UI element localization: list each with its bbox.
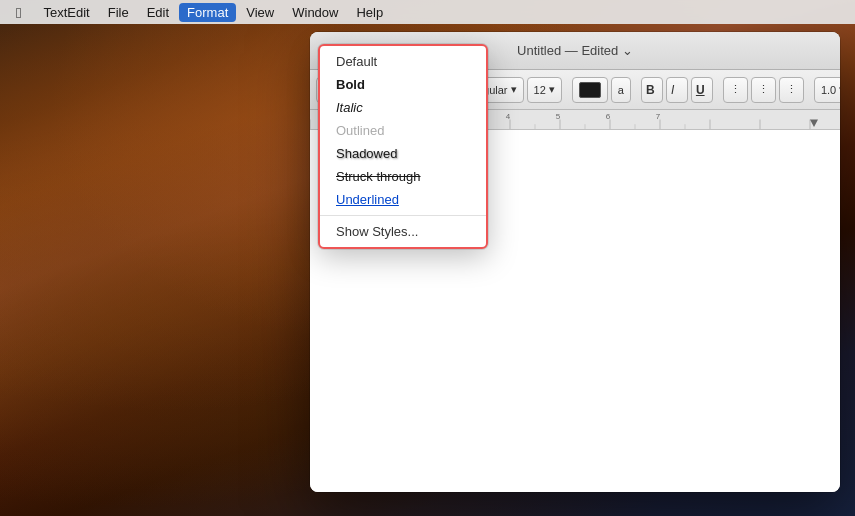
menubar-view[interactable]: View	[238, 3, 282, 22]
highlight-button[interactable]: a	[611, 77, 631, 103]
menubar-file[interactable]: File	[100, 3, 137, 22]
color-swatch	[579, 82, 601, 98]
underline-button[interactable]: U	[691, 77, 713, 103]
svg-text:7: 7	[656, 112, 660, 121]
menubar-textedit[interactable]: TextEdit	[35, 3, 97, 22]
style-shadowed[interactable]: Shadowed	[320, 142, 486, 165]
svg-text:5: 5	[556, 112, 561, 121]
align-center-icon: ⋮	[758, 83, 769, 96]
menubar-format[interactable]: Format	[179, 3, 236, 22]
align-left-icon: ⋮	[730, 83, 741, 96]
chevron-down-icon: ▾	[839, 83, 840, 96]
bold-button[interactable]: B	[641, 77, 663, 103]
style-dropdown-menu: Default Bold Italic Outlined Shadowed St…	[318, 44, 488, 249]
svg-text:4: 4	[506, 112, 511, 121]
style-outlined[interactable]: Outlined	[320, 119, 486, 142]
menubar-help[interactable]: Help	[348, 3, 391, 22]
apple-menu[interactable]: 	[8, 2, 29, 23]
style-italic[interactable]: Italic	[320, 96, 486, 119]
highlight-icon: a	[618, 84, 624, 96]
svg-text:6: 6	[606, 112, 610, 121]
size-selector[interactable]: 12 ▾	[527, 77, 562, 103]
align-right-button[interactable]: ⋮	[779, 77, 804, 103]
line-spacing-button[interactable]: 1.0 ▾	[814, 77, 840, 103]
style-underlined[interactable]: Underlined	[320, 188, 486, 211]
color-picker-button[interactable]	[572, 77, 608, 103]
chevron-down-icon: ▾	[511, 83, 517, 96]
show-styles-button[interactable]: Show Styles...	[320, 220, 486, 243]
chevron-down-icon: ▾	[549, 83, 555, 96]
italic-button[interactable]: I	[666, 77, 688, 103]
size-value: 12	[534, 84, 546, 96]
align-left-button[interactable]: ⋮	[723, 77, 748, 103]
window-title: Untitled — Edited ⌄	[517, 43, 633, 58]
style-bold[interactable]: Bold	[320, 73, 486, 96]
spacing-value: 1.0	[821, 84, 836, 96]
menubar:  TextEdit File Edit Format View Window …	[0, 0, 855, 24]
style-default[interactable]: Default	[320, 50, 486, 73]
menubar-window[interactable]: Window	[284, 3, 346, 22]
dropdown-separator	[320, 215, 486, 216]
align-right-icon: ⋮	[786, 83, 797, 96]
menubar-edit[interactable]: Edit	[139, 3, 177, 22]
style-strikethrough[interactable]: Struck through	[320, 165, 486, 188]
align-center-button[interactable]: ⋮	[751, 77, 776, 103]
